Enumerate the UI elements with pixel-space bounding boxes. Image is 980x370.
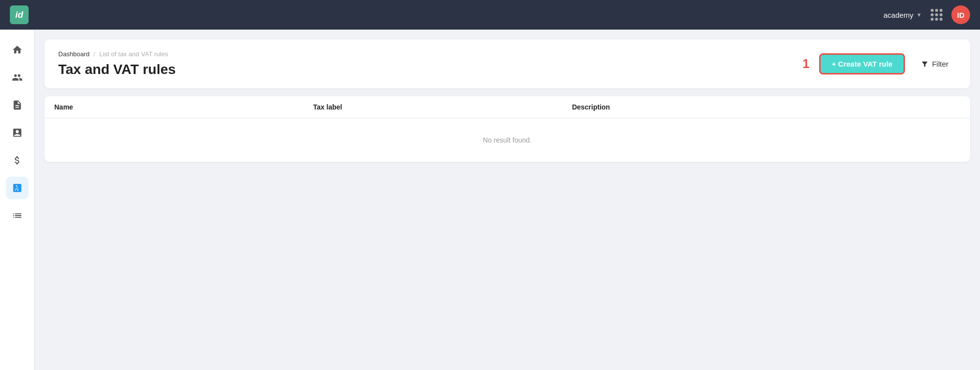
academy-menu[interactable]: academy ▼ bbox=[883, 11, 922, 19]
app-logo[interactable]: id bbox=[10, 5, 29, 24]
table-card: Name Tax label Description No result fou… bbox=[44, 96, 970, 162]
content-area: Dashboard / List of tax and VAT rules Ta… bbox=[35, 30, 980, 370]
sidebar-item-users[interactable] bbox=[6, 66, 29, 89]
breadcrumb: Dashboard / List of tax and VAT rules bbox=[58, 50, 176, 58]
sidebar-item-notes[interactable] bbox=[6, 204, 29, 227]
table-header: Name Tax label Description bbox=[44, 96, 970, 118]
academy-label: academy bbox=[883, 11, 913, 19]
page-header-left: Dashboard / List of tax and VAT rules Ta… bbox=[58, 50, 176, 77]
breadcrumb-current: List of tax and VAT rules bbox=[99, 50, 168, 58]
sidebar-item-tax[interactable] bbox=[6, 177, 29, 199]
breadcrumb-dashboard[interactable]: Dashboard bbox=[58, 50, 90, 58]
create-vat-rule-button[interactable]: + Create VAT rule bbox=[819, 53, 905, 74]
navbar: id academy ▼ ID bbox=[0, 0, 980, 30]
navbar-right: academy ▼ ID bbox=[883, 5, 970, 24]
column-name: Name bbox=[54, 103, 313, 111]
page-title: Tax and VAT rules bbox=[58, 62, 176, 77]
chevron-down-icon: ▼ bbox=[916, 12, 922, 18]
column-tax-label: Tax label bbox=[313, 103, 572, 111]
sidebar-item-finance[interactable] bbox=[6, 149, 29, 172]
navbar-left: id bbox=[10, 5, 29, 24]
table-empty-message: No result found. bbox=[44, 118, 970, 162]
sidebar-item-invoice[interactable] bbox=[6, 121, 29, 144]
apps-grid-icon[interactable] bbox=[931, 9, 942, 21]
avatar[interactable]: ID bbox=[951, 5, 970, 24]
filter-button[interactable]: Filter bbox=[913, 55, 956, 73]
sidebar-item-document[interactable] bbox=[6, 94, 29, 116]
breadcrumb-separator: / bbox=[94, 50, 96, 58]
sidebar-item-home[interactable] bbox=[6, 38, 29, 61]
filter-label: Filter bbox=[932, 60, 948, 68]
page-header-card: Dashboard / List of tax and VAT rules Ta… bbox=[44, 39, 970, 88]
main-layout: Dashboard / List of tax and VAT rules Ta… bbox=[0, 30, 980, 370]
step-badge: 1 bbox=[802, 56, 809, 72]
page-header-right: 1 + Create VAT rule Filter bbox=[802, 53, 956, 74]
column-description: Description bbox=[572, 103, 960, 111]
filter-icon bbox=[921, 60, 929, 68]
sidebar bbox=[0, 30, 35, 370]
